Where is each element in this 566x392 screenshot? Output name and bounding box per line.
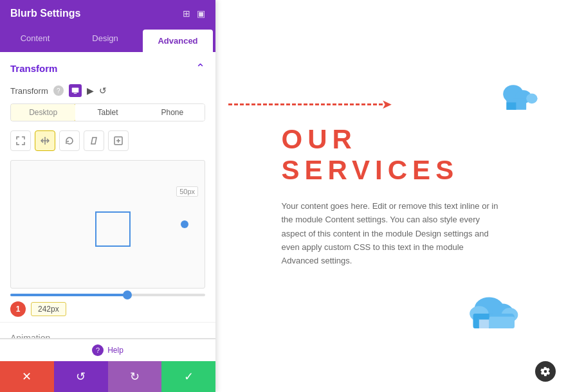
arrow-head-icon: ➤: [381, 96, 392, 112]
transform-box: [95, 211, 131, 247]
svg-point-8: [526, 93, 538, 103]
px-indicator-row: 1 242px: [0, 299, 215, 322]
device-tab-phone[interactable]: Phone: [140, 104, 205, 121]
help-circle-icon: ?: [92, 344, 104, 356]
px-label-top: 50px: [176, 186, 198, 197]
preview-content: OUR SERVICES Your content goes here. Edi…: [256, 98, 526, 294]
animation-title: Animation: [10, 333, 50, 339]
help-icon[interactable]: ?: [53, 85, 64, 96]
tool-translate[interactable]: [35, 130, 55, 151]
panel-body: Transform ⌃ Transform ? ▶ ↺ Desktop Tabl…: [0, 52, 215, 338]
svg-rect-18: [489, 317, 514, 328]
tool-origin[interactable]: [108, 130, 129, 151]
animation-section: Animation ⌄: [0, 322, 215, 338]
device-tab-desktop[interactable]: Desktop: [10, 103, 76, 121]
panel-title: Blurb Settings: [10, 8, 80, 19]
tab-design[interactable]: Design: [70, 27, 140, 52]
step-badge: 1: [10, 301, 26, 317]
reset-icon[interactable]: ↺: [99, 85, 107, 96]
service-body-text: Your content goes here. Edit or remove t…: [282, 199, 500, 268]
settings-fab[interactable]: [535, 361, 556, 382]
svg-rect-0: [72, 88, 79, 93]
slider-row-top: [10, 294, 205, 296]
panel-header: Blurb Settings ⊞ ▣: [0, 0, 215, 27]
desktop-device-icon[interactable]: [69, 84, 82, 97]
help-bar[interactable]: ? Help: [0, 339, 215, 361]
cloud-bottom-illustration: [457, 283, 527, 341]
help-label: Help: [107, 346, 123, 355]
svg-rect-10: [507, 102, 516, 109]
transform-title: Transform: [10, 63, 57, 74]
slider-thumb-top[interactable]: [123, 290, 132, 299]
action-bar: ✕ ↺ ↻ ✓: [0, 361, 215, 392]
settings-panel: Blurb Settings ⊞ ▣ Content Design Advanc…: [0, 0, 215, 392]
animation-toggle-icon[interactable]: ⌄: [197, 332, 205, 338]
cancel-button[interactable]: ✕: [0, 361, 54, 392]
panel-tabs: Content Design Advanced: [0, 27, 215, 52]
close-icon[interactable]: ▣: [197, 8, 205, 19]
tool-skew[interactable]: [84, 130, 104, 151]
undo-button[interactable]: ↺: [54, 361, 108, 392]
cursor-icon[interactable]: ▶: [87, 85, 94, 96]
service-heading: OUR SERVICES: [282, 124, 500, 186]
dashed-line: [228, 103, 383, 105]
device-tab-tablet[interactable]: Tablet: [75, 104, 140, 121]
svg-rect-1: [74, 93, 77, 94]
heading-line2: SERVICES: [282, 155, 500, 186]
svg-rect-19: [479, 318, 489, 328]
panel-footer: ? Help ✕ ↺ ↻ ✓: [0, 338, 215, 392]
tab-advanced[interactable]: Advanced: [143, 30, 213, 52]
expand-icon[interactable]: ⊞: [183, 8, 190, 19]
heading-line1: OUR: [282, 124, 500, 155]
px-value-box: 242px: [31, 302, 66, 316]
confirm-button[interactable]: ✓: [161, 361, 215, 392]
device-tabs: Desktop Tablet Phone: [10, 103, 205, 121]
transform-handle-dot[interactable]: [181, 220, 188, 228]
redo-button[interactable]: ↻: [108, 361, 162, 392]
tool-rotate[interactable]: [59, 130, 80, 151]
transform-tools: [0, 128, 215, 157]
dashed-arrow: ➤: [228, 96, 392, 112]
header-icons: ⊞ ▣: [183, 8, 205, 19]
svg-rect-20: [479, 314, 489, 319]
transform-collapse-icon[interactable]: ⌃: [196, 61, 205, 75]
tool-scale[interactable]: [10, 130, 31, 151]
transform-section-header: Transform ⌃: [0, 52, 215, 82]
slider-track-top[interactable]: [10, 294, 205, 296]
transform-controls-row: Transform ? ▶ ↺: [0, 82, 215, 103]
cloud-top-illustration: [489, 77, 547, 125]
preview-panel: ➤ OUR SERVICES Your content goes here. E…: [215, 0, 566, 392]
transform-label: Transform: [10, 86, 48, 96]
tab-content[interactable]: Content: [0, 27, 70, 52]
transform-canvas: 50px: [10, 160, 205, 289]
